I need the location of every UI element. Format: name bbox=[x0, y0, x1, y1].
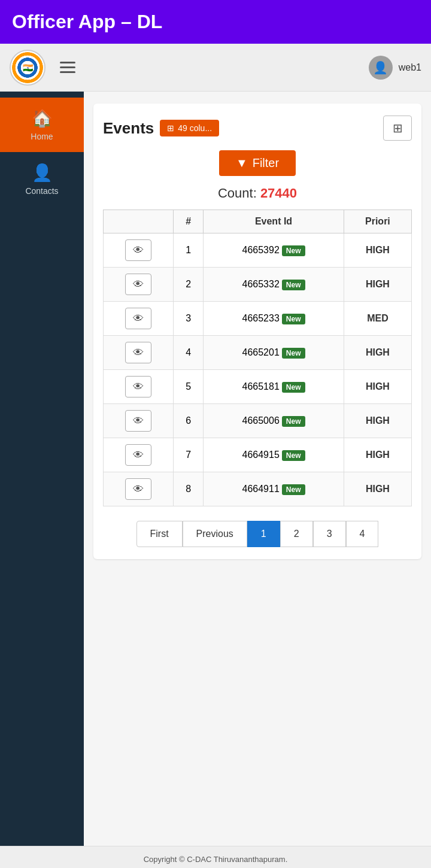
row-num: 8 bbox=[174, 472, 204, 506]
view-cell: 👁 bbox=[104, 268, 174, 302]
event-id-cell: 4665332New bbox=[204, 268, 344, 302]
event-id-cell: 4665181New bbox=[204, 370, 344, 404]
page-3-button[interactable]: 3 bbox=[313, 521, 346, 547]
priority-cell: HIGH bbox=[344, 268, 411, 302]
footer: Copyright © C-DAC Thiruvananthapuram. bbox=[0, 846, 431, 868]
events-title: Events bbox=[103, 119, 154, 138]
grid-icon: ⊞ bbox=[167, 123, 174, 133]
table-row: 👁54665181NewHIGH bbox=[104, 370, 412, 404]
columns-button[interactable]: ⊞ 49 colu... bbox=[160, 120, 219, 136]
view-button-1[interactable]: 👁 bbox=[125, 239, 151, 261]
table-row: 👁64665006NewHIGH bbox=[104, 404, 412, 438]
row-num: 5 bbox=[174, 370, 204, 404]
view-button-2[interactable]: 👁 bbox=[125, 274, 151, 295]
event-id-cell: 4665201New bbox=[204, 336, 344, 370]
view-cell: 👁 bbox=[104, 302, 174, 336]
content-area: Events ⊞ 49 colu... ⊞ ▼ Filter Count: bbox=[84, 92, 431, 846]
page-4-button[interactable]: 4 bbox=[346, 521, 379, 547]
table-row: 👁74664915NewHIGH bbox=[104, 438, 412, 472]
col-action bbox=[104, 210, 174, 233]
view-cell: 👁 bbox=[104, 336, 174, 370]
event-id-cell: 4665392New bbox=[204, 233, 344, 268]
footer-text: Copyright © C-DAC Thiruvananthapuram. bbox=[144, 855, 288, 864]
view-button-6[interactable]: 👁 bbox=[125, 410, 151, 432]
priority-cell: MED bbox=[344, 302, 411, 336]
events-table: # Event Id Priori 👁14665392NewHIGH👁24665… bbox=[103, 210, 412, 506]
priority-cell: HIGH bbox=[344, 472, 411, 506]
view-button-5[interactable]: 👁 bbox=[125, 376, 151, 397]
user-avatar: 👤 bbox=[369, 56, 393, 80]
hamburger-button[interactable] bbox=[60, 62, 75, 73]
table-row: 👁34665233NewMED bbox=[104, 302, 412, 336]
priority-cell: HIGH bbox=[344, 438, 411, 472]
eye-icon: 👁 bbox=[133, 312, 144, 325]
sidebar-item-contacts[interactable]: 👤 Contacts bbox=[0, 152, 84, 207]
view-button-3[interactable]: 👁 bbox=[125, 308, 151, 329]
home-icon: 🏠 bbox=[32, 108, 53, 128]
new-badge: New bbox=[282, 382, 305, 393]
grid-toggle-button[interactable]: ⊞ bbox=[383, 116, 412, 141]
page-1-button[interactable]: 1 bbox=[247, 521, 280, 547]
filter-btn-label: Filter bbox=[253, 156, 279, 170]
user-info: 👤 web1 bbox=[369, 56, 421, 80]
new-badge: New bbox=[282, 245, 305, 256]
page-previous-button[interactable]: Previous bbox=[183, 521, 247, 547]
view-cell: 👁 bbox=[104, 233, 174, 268]
page-first-button[interactable]: First bbox=[136, 521, 183, 547]
sidebar: 🏠 Home 👤 Contacts bbox=[0, 92, 84, 846]
table-row: 👁14665392NewHIGH bbox=[104, 233, 412, 268]
view-button-7[interactable]: 👁 bbox=[125, 444, 151, 466]
top-nav: 🇮🇳 👤 web1 bbox=[0, 44, 431, 92]
columns-btn-label: 49 colu... bbox=[178, 123, 212, 133]
eye-icon: 👁 bbox=[133, 483, 144, 496]
new-badge: New bbox=[282, 484, 305, 495]
eye-icon: 👁 bbox=[133, 347, 144, 359]
events-header: Events ⊞ 49 colu... ⊞ bbox=[103, 116, 412, 141]
sidebar-item-home[interactable]: 🏠 Home bbox=[0, 98, 84, 152]
new-badge: New bbox=[282, 280, 305, 290]
table-header-row: # Event Id Priori bbox=[104, 210, 412, 233]
user-label: web1 bbox=[399, 62, 421, 73]
event-id-cell: 4664911New bbox=[204, 472, 344, 506]
row-num: 1 bbox=[174, 233, 204, 268]
priority-cell: HIGH bbox=[344, 336, 411, 370]
row-num: 2 bbox=[174, 268, 204, 302]
pagination: First Previous 1 2 3 4 bbox=[103, 521, 412, 547]
view-cell: 👁 bbox=[104, 370, 174, 404]
filter-button[interactable]: ▼ Filter bbox=[219, 150, 296, 176]
view-cell: 👁 bbox=[104, 438, 174, 472]
events-panel: Events ⊞ 49 colu... ⊞ ▼ Filter Count: bbox=[93, 104, 421, 559]
priority-cell: HIGH bbox=[344, 233, 411, 268]
row-num: 6 bbox=[174, 404, 204, 438]
new-badge: New bbox=[282, 348, 305, 359]
row-num: 7 bbox=[174, 438, 204, 472]
view-cell: 👁 bbox=[104, 404, 174, 438]
eye-icon: 👁 bbox=[133, 449, 144, 462]
count-row: Count: 27440 bbox=[103, 186, 412, 201]
eye-icon: 👁 bbox=[133, 381, 144, 393]
filter-row: ▼ Filter bbox=[103, 150, 412, 176]
hamburger-line-3 bbox=[60, 71, 75, 73]
count-value: 27440 bbox=[260, 186, 297, 201]
priority-cell: HIGH bbox=[344, 370, 411, 404]
col-num: # bbox=[174, 210, 204, 233]
view-button-8[interactable]: 👁 bbox=[125, 478, 151, 500]
table-row: 👁24665332NewHIGH bbox=[104, 268, 412, 302]
logo-inner: 🇮🇳 bbox=[12, 52, 43, 83]
row-num: 3 bbox=[174, 302, 204, 336]
new-badge: New bbox=[282, 416, 305, 427]
event-id-cell: 4665233New bbox=[204, 302, 344, 336]
page-2-button[interactable]: 2 bbox=[280, 521, 313, 547]
logo: 🇮🇳 bbox=[10, 50, 45, 86]
table-row: 👁84664911NewHIGH bbox=[104, 472, 412, 506]
view-button-4[interactable]: 👁 bbox=[125, 342, 151, 363]
table-icon: ⊞ bbox=[393, 121, 403, 135]
hamburger-line-1 bbox=[60, 62, 75, 63]
eye-icon: 👁 bbox=[133, 415, 144, 427]
row-num: 4 bbox=[174, 336, 204, 370]
app-title: Officer App – DL bbox=[12, 11, 162, 32]
col-event-id: Event Id bbox=[204, 210, 344, 233]
sidebar-item-home-label: Home bbox=[31, 132, 53, 141]
new-badge: New bbox=[282, 450, 305, 461]
view-cell: 👁 bbox=[104, 472, 174, 506]
